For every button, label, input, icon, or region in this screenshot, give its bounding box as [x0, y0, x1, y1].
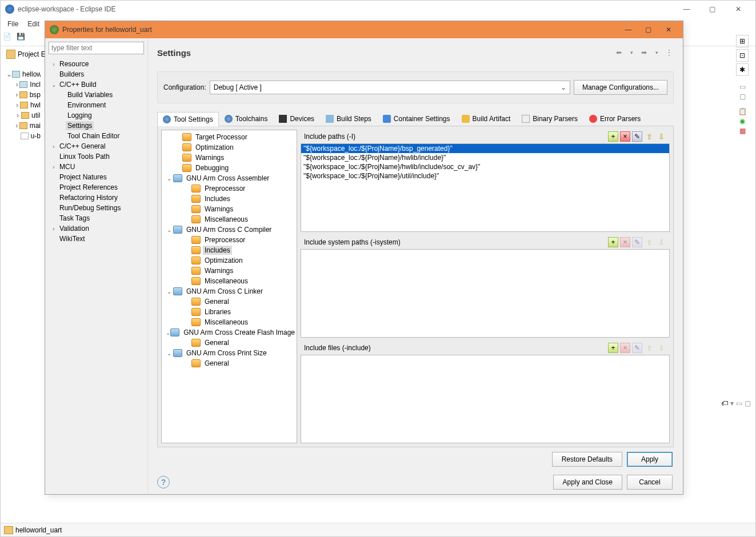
tool-tree-item[interactable]: General	[162, 358, 297, 368]
cancel-button[interactable]: Cancel	[627, 475, 673, 490]
tool-tree-item[interactable]: Optimization	[162, 142, 297, 153]
include-path-item[interactable]: "${workspace_loc:/${ProjName}/bsp_genera…	[301, 144, 669, 153]
tool-tree[interactable]: Target ProcessorOptimizationWarningsDebu…	[161, 130, 297, 443]
expand-arrow[interactable]: ⌄	[165, 330, 170, 336]
nav-item[interactable]: Run/Debug Settings	[47, 203, 145, 213]
add-button[interactable]: +	[608, 131, 618, 142]
expand-arrow[interactable]: ⌄	[165, 350, 173, 356]
expand-arrow[interactable]: ›	[14, 81, 19, 89]
tool-tree-item[interactable]: Warnings	[162, 266, 297, 276]
project-tree[interactable]: ⌄hellow›Incl›bsp›hwl›util›maiu-b	[6, 69, 41, 141]
help-icon[interactable]: ?	[157, 476, 170, 488]
tool-tree-item[interactable]: Includes	[162, 245, 297, 255]
tree-row[interactable]: ›hwl	[6, 100, 41, 110]
tree-row[interactable]: u-b	[6, 131, 41, 141]
tool-tree-item[interactable]: Optimization	[162, 255, 297, 266]
config-select[interactable]: Debug [ Active ] ⌄	[210, 81, 570, 94]
edit-button[interactable]: ✎	[632, 237, 642, 247]
nav-item[interactable]: WikiText	[47, 234, 145, 244]
tool-tree-item[interactable]: Warnings	[162, 153, 297, 163]
back-button[interactable]: ⬅	[614, 48, 623, 57]
delete-button[interactable]: ×	[620, 131, 630, 142]
perspective-c-button[interactable]: ⊡	[736, 49, 749, 62]
delete-button[interactable]: ×	[620, 343, 630, 353]
include-path-item[interactable]: "${workspace_loc:/${ProjName}/hwlib/incl…	[301, 162, 669, 171]
maximize-button[interactable]: ▢	[699, 1, 725, 17]
close-button[interactable]: ✕	[725, 1, 751, 17]
nav-item[interactable]: Builders	[47, 69, 145, 79]
add-button[interactable]: +	[608, 343, 618, 353]
tree-row[interactable]: ›Incl	[6, 79, 41, 90]
project-explorer-tab[interactable]: Project Ex	[6, 50, 49, 59]
dialog-titlebar[interactable]: Properties for helloworld_uart — ▢ ✕	[45, 21, 683, 38]
tab-build-steps[interactable]: Build Steps	[320, 111, 377, 126]
tool-tree-item[interactable]: Target Processor	[162, 132, 297, 142]
expand-arrow[interactable]: ⌄	[6, 70, 12, 78]
nav-item[interactable]: Settings	[47, 121, 145, 131]
move-up-button[interactable]: ⇧	[644, 131, 654, 142]
tree-row[interactable]: ⌄hellow	[6, 69, 41, 79]
category-tree[interactable]: ›ResourceBuilders⌄C/C++ BuildBuild Varia…	[45, 58, 147, 494]
tool-tree-item[interactable]: ⌄GNU Arm Cross C Linker	[162, 286, 297, 296]
tree-row[interactable]: ›bsp	[6, 90, 41, 100]
save-icon[interactable]: 💾	[17, 33, 28, 44]
nav-item[interactable]: ›Validation	[47, 223, 145, 234]
tab-build-artifact[interactable]: Build Artifact	[456, 111, 517, 126]
nav-item[interactable]: Build Variables	[47, 90, 145, 100]
minimize-button[interactable]: —	[674, 1, 699, 17]
tab-error-parsers[interactable]: Error Parsers	[583, 111, 646, 126]
dialog-close-button[interactable]: ✕	[658, 23, 678, 37]
expand-arrow[interactable]: ⌄	[165, 175, 173, 182]
tree-row[interactable]: ›util	[6, 110, 41, 121]
debug-icon[interactable]: ✱	[736, 63, 749, 76]
expand-arrow[interactable]: ›	[50, 226, 58, 232]
expand-arrow[interactable]: ›	[14, 91, 19, 99]
tool-tree-item[interactable]: Miscellaneous	[162, 276, 297, 286]
restore-defaults-button[interactable]: Restore Defaults	[552, 452, 622, 467]
filter-input[interactable]	[49, 42, 144, 54]
tool-tree-item[interactable]: Preprocessor	[162, 235, 297, 245]
nav-item[interactable]: ⌄C/C++ Build	[47, 79, 145, 90]
nav-item[interactable]: ›C/C++ General	[47, 141, 145, 151]
expand-arrow[interactable]: ›	[14, 111, 21, 119]
manage-configs-button[interactable]: Manage Configurations...	[574, 80, 667, 95]
nav-item[interactable]: ›Resource	[47, 59, 145, 69]
edit-button[interactable]: ✎	[632, 343, 642, 353]
tool-tree-item[interactable]: ⌄GNU Arm Cross Create Flash Image	[162, 327, 297, 338]
menu-edit[interactable]: Edit	[23, 19, 44, 29]
new-icon[interactable]: 📄	[3, 33, 14, 44]
include-paths-list[interactable]: "${workspace_loc:/${ProjName}/bsp_genera…	[301, 143, 670, 232]
expand-arrow[interactable]: ⌄	[165, 288, 173, 295]
expand-arrow[interactable]: ⌄	[165, 227, 173, 233]
min-icon[interactable]: ▭	[739, 83, 746, 91]
tab-container-settings[interactable]: Container Settings	[377, 111, 456, 126]
back-menu-button[interactable]: ▾	[627, 48, 636, 57]
nav-item[interactable]: Environment	[47, 100, 145, 110]
nav-item[interactable]: ›MCU	[47, 162, 145, 172]
dialog-maximize-button[interactable]: ▢	[638, 23, 658, 37]
tool-tree-item[interactable]: ⌄GNU Arm Cross Print Size	[162, 348, 297, 358]
apply-button[interactable]: Apply	[627, 452, 673, 467]
tool-tree-item[interactable]: General	[162, 296, 297, 307]
tab-binary-parsers[interactable]: Binary Parsers	[516, 111, 583, 126]
include-files-list[interactable]	[301, 355, 670, 443]
dialog-minimize-button[interactable]: —	[618, 23, 638, 37]
dropdown-icon[interactable]: ▾	[730, 399, 734, 407]
include-path-item[interactable]: "${workspace_loc:/${ProjName}/hwlib/incl…	[301, 153, 669, 162]
tool-tree-item[interactable]: Miscellaneous	[162, 214, 297, 225]
forward-button[interactable]: ➡	[639, 48, 649, 57]
tool-tree-item[interactable]: Libraries	[162, 307, 297, 317]
max2-icon[interactable]: ▢	[745, 399, 751, 407]
outline-icon[interactable]: 📋	[738, 107, 747, 115]
expand-arrow[interactable]: ›	[14, 101, 20, 109]
tab-devices[interactable]: Devices	[273, 111, 320, 126]
tool-tree-item[interactable]: Debugging	[162, 163, 297, 173]
nav-item[interactable]: Refactoring History	[47, 193, 145, 203]
expand-arrow[interactable]: ⌄	[50, 82, 58, 88]
expand-arrow[interactable]: ›	[50, 143, 58, 150]
tool-tree-item[interactable]: ⌄GNU Arm Cross C Compiler	[162, 225, 297, 235]
menu-file[interactable]: File	[3, 19, 23, 29]
tool-tree-item[interactable]: Miscellaneous	[162, 317, 297, 327]
run-icon[interactable]: ◉	[739, 117, 745, 125]
expand-arrow[interactable]: ›	[50, 61, 58, 67]
